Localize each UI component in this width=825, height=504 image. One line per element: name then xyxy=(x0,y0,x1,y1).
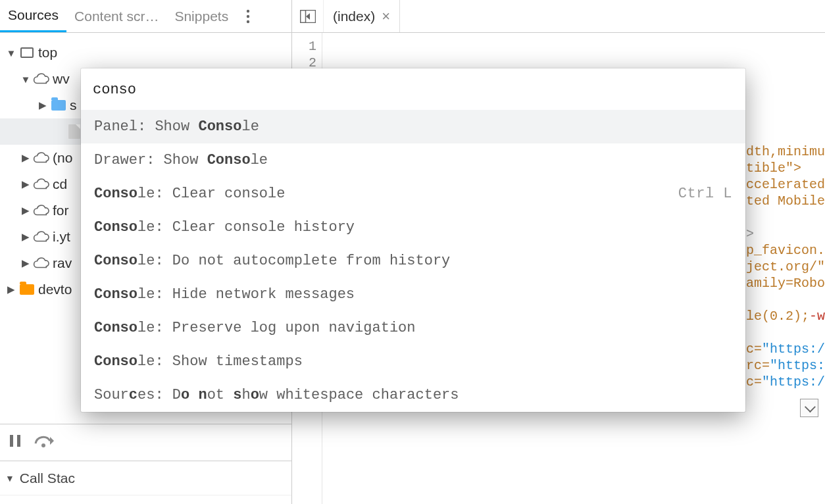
command-menu-item[interactable]: Console: Preserve log upon navigation xyxy=(81,311,745,345)
editor-tab-index[interactable]: (index) × xyxy=(324,0,400,32)
svg-point-6 xyxy=(41,443,45,447)
disclosure-triangle-icon[interactable]: ▶ xyxy=(20,205,32,216)
tree-item[interactable]: ▼top xyxy=(0,39,291,66)
command-menu-item[interactable]: Console: Clear console history xyxy=(81,211,745,244)
tab-sources[interactable]: Sources xyxy=(0,0,66,32)
command-menu-item-label: Console: Hide network messages xyxy=(94,286,355,303)
cloud-icon xyxy=(32,152,51,164)
tab-snippets[interactable]: Snippets xyxy=(166,0,236,32)
cloud-icon xyxy=(32,178,51,190)
svg-point-2 xyxy=(247,20,249,22)
command-menu-list: Panel: Show ConsoleDrawer: Show ConsoleC… xyxy=(81,110,745,412)
command-menu-item[interactable]: Console: Do not autocomplete from histor… xyxy=(81,244,745,278)
command-menu-item[interactable]: Panel: Show Console xyxy=(81,110,745,143)
tree-item-label: s xyxy=(70,97,77,113)
close-tab-icon[interactable]: × xyxy=(382,8,390,25)
line-number: 1 xyxy=(292,38,316,55)
editor-tab-label: (index) xyxy=(333,9,375,24)
command-menu-item[interactable]: Console: Show timestamps xyxy=(81,345,745,378)
svg-point-1 xyxy=(247,14,249,17)
command-menu-item[interactable]: Sources: Do not show whitespace characte… xyxy=(81,378,745,412)
sidebar-spacer xyxy=(0,495,291,504)
command-menu-item-label: Panel: Show Console xyxy=(94,118,259,135)
call-stack-header[interactable]: ▼ Call Stac xyxy=(0,461,291,495)
tree-item-label: wv xyxy=(53,71,70,87)
command-menu-shortcut: Ctrl L xyxy=(678,186,732,202)
folder-orange-icon xyxy=(17,284,37,295)
code-overflow-right: dth,minimutible">cceleratedted Mobile >p… xyxy=(746,143,825,390)
command-menu-input[interactable]: conso xyxy=(81,68,745,110)
command-menu-item[interactable]: Console: Hide network messages xyxy=(81,278,745,311)
svg-rect-4 xyxy=(17,435,20,447)
disclosure-triangle-icon[interactable]: ▼ xyxy=(5,47,17,59)
tree-item-label: i.yt xyxy=(53,229,70,245)
command-menu-item-label: Drawer: Show Console xyxy=(94,152,268,168)
command-menu-item-label: Console: Do not autocomplete from histor… xyxy=(94,253,450,269)
tree-item-label: devto xyxy=(38,282,72,297)
disclosure-triangle-icon[interactable]: ▶ xyxy=(37,99,49,111)
pause-icon[interactable] xyxy=(9,434,21,451)
command-menu-item-label: Console: Show timestamps xyxy=(94,353,303,370)
tree-item-label: (no xyxy=(53,150,72,166)
cloud-icon xyxy=(32,231,51,243)
step-over-icon[interactable] xyxy=(34,434,54,451)
editor-tabstrip: (index) × xyxy=(292,0,825,33)
svg-marker-9 xyxy=(306,13,310,20)
debugger-toolbar xyxy=(0,424,291,461)
command-menu-item-label: Console: Clear console history xyxy=(94,219,355,236)
toggle-navigator-icon[interactable] xyxy=(292,0,324,32)
disclosure-triangle-icon[interactable]: ▶ xyxy=(20,152,32,164)
svg-rect-3 xyxy=(10,435,13,447)
disclosure-triangle-icon[interactable]: ▼ xyxy=(20,74,32,85)
disclosure-triangle-icon[interactable]: ▶ xyxy=(20,231,32,243)
tree-item-label: top xyxy=(38,45,57,61)
cloud-icon xyxy=(32,205,51,216)
go-to-line-icon[interactable] xyxy=(800,399,818,417)
call-stack-label: Call Stac xyxy=(20,470,75,486)
disclosure-triangle-icon[interactable]: ▶ xyxy=(20,257,32,269)
svg-point-0 xyxy=(247,9,249,12)
cloud-icon xyxy=(32,257,51,269)
disclosure-triangle-icon[interactable]: ▶ xyxy=(5,284,17,295)
tree-item-label: for xyxy=(53,203,69,218)
navigator-tabstrip: Sources Content scr… Snippets xyxy=(0,0,291,33)
tree-item-label: cd xyxy=(53,176,67,192)
command-menu-item[interactable]: Drawer: Show Console xyxy=(81,143,745,177)
tab-content-scripts[interactable]: Content scr… xyxy=(66,0,166,32)
tree-item-label: rav xyxy=(53,255,72,271)
command-menu-item-label: Console: Clear console xyxy=(94,186,285,202)
command-menu-item[interactable]: Console: Clear consoleCtrl L xyxy=(81,177,745,211)
chevron-down-icon: ▼ xyxy=(5,473,14,484)
svg-rect-8 xyxy=(300,10,305,22)
command-menu-item-label: Console: Preserve log upon navigation xyxy=(94,320,415,336)
disclosure-triangle-icon[interactable]: ▶ xyxy=(20,178,32,190)
tabstrip-overflow-icon[interactable] xyxy=(236,0,260,32)
svg-marker-5 xyxy=(50,437,54,445)
command-menu-item-label: Sources: Do not show whitespace characte… xyxy=(94,387,459,403)
frame-icon xyxy=(17,47,37,58)
folder-blue-icon xyxy=(49,100,68,111)
command-menu: conso Panel: Show ConsoleDrawer: Show Co… xyxy=(81,68,745,412)
cloud-icon xyxy=(32,73,51,85)
